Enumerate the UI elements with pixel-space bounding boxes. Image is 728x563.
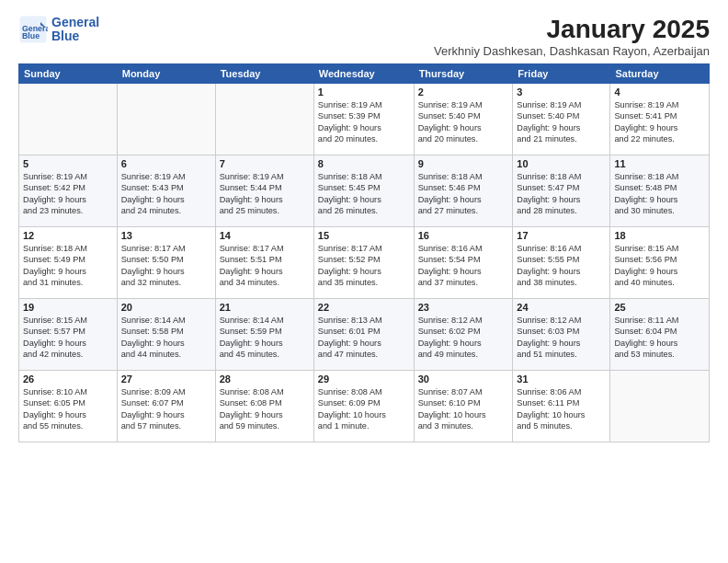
- calendar-cell: 19Sunrise: 8:15 AM Sunset: 5:57 PM Dayli…: [19, 299, 118, 371]
- day-info: Sunrise: 8:18 AM Sunset: 5:48 PM Dayligh…: [614, 171, 705, 217]
- day-number: 22: [318, 302, 410, 313]
- day-number: 19: [23, 302, 113, 313]
- calendar-cell: [117, 84, 215, 155]
- calendar-cell: [19, 84, 118, 155]
- calendar-cell: 25Sunrise: 8:11 AM Sunset: 6:04 PM Dayli…: [610, 299, 710, 371]
- calendar-cell: 26Sunrise: 8:10 AM Sunset: 6:05 PM Dayli…: [19, 371, 118, 442]
- weekday-header-monday: Monday: [117, 64, 215, 84]
- day-number: 7: [220, 158, 310, 169]
- month-title: January 2025: [434, 15, 710, 44]
- week-row-5: 26Sunrise: 8:10 AM Sunset: 6:05 PM Dayli…: [19, 371, 710, 442]
- calendar-cell: 6Sunrise: 8:19 AM Sunset: 5:43 PM Daylig…: [117, 155, 215, 227]
- calendar-cell: 9Sunrise: 8:18 AM Sunset: 5:46 PM Daylig…: [414, 155, 513, 227]
- calendar-cell: 8Sunrise: 8:18 AM Sunset: 5:45 PM Daylig…: [313, 155, 414, 227]
- calendar-cell: 2Sunrise: 8:19 AM Sunset: 5:40 PM Daylig…: [414, 84, 513, 155]
- calendar-cell: 27Sunrise: 8:09 AM Sunset: 6:07 PM Dayli…: [117, 371, 215, 442]
- day-number: 20: [121, 302, 211, 313]
- calendar-cell: [215, 84, 313, 155]
- day-number: 10: [517, 158, 606, 169]
- day-info: Sunrise: 8:18 AM Sunset: 5:47 PM Dayligh…: [517, 171, 606, 217]
- day-number: 23: [418, 302, 509, 313]
- calendar-cell: 3Sunrise: 8:19 AM Sunset: 5:40 PM Daylig…: [513, 84, 610, 155]
- day-info: Sunrise: 8:17 AM Sunset: 5:50 PM Dayligh…: [121, 243, 211, 289]
- weekday-header-thursday: Thursday: [414, 64, 513, 84]
- day-number: 9: [418, 158, 509, 169]
- calendar-cell: [610, 371, 710, 442]
- day-info: Sunrise: 8:15 AM Sunset: 5:56 PM Dayligh…: [614, 243, 705, 289]
- weekday-header-friday: Friday: [513, 64, 610, 84]
- day-number: 4: [614, 86, 705, 98]
- day-number: 16: [418, 230, 509, 241]
- title-block: January 2025 Verkhniy Dashkesan, Dashkas…: [434, 15, 710, 58]
- day-number: 27: [121, 373, 211, 385]
- logo-text-line1: General: [51, 16, 99, 29]
- day-number: 21: [220, 302, 310, 313]
- day-info: Sunrise: 8:19 AM Sunset: 5:42 PM Dayligh…: [23, 171, 113, 217]
- day-number: 1: [318, 86, 410, 98]
- day-info: Sunrise: 8:14 AM Sunset: 5:58 PM Dayligh…: [121, 315, 211, 361]
- day-number: 14: [220, 230, 310, 241]
- logo-text-line2: Blue: [51, 29, 99, 43]
- page: General Blue General Blue January 2025 V…: [0, 0, 728, 563]
- weekday-header-tuesday: Tuesday: [215, 64, 313, 84]
- day-number: 25: [614, 302, 705, 313]
- day-number: 26: [23, 373, 113, 385]
- day-number: 5: [23, 158, 113, 169]
- svg-text:Blue: Blue: [22, 31, 40, 40]
- day-info: Sunrise: 8:07 AM Sunset: 6:10 PM Dayligh…: [418, 386, 509, 432]
- calendar-cell: 10Sunrise: 8:18 AM Sunset: 5:47 PM Dayli…: [513, 155, 610, 227]
- day-number: 12: [23, 230, 113, 241]
- day-info: Sunrise: 8:14 AM Sunset: 5:59 PM Dayligh…: [220, 315, 310, 361]
- day-info: Sunrise: 8:13 AM Sunset: 6:01 PM Dayligh…: [318, 315, 410, 361]
- day-number: 15: [318, 230, 410, 241]
- day-number: 2: [418, 86, 509, 98]
- calendar-cell: 18Sunrise: 8:15 AM Sunset: 5:56 PM Dayli…: [610, 227, 710, 299]
- day-number: 11: [614, 158, 705, 169]
- day-number: 30: [418, 373, 509, 385]
- day-number: 8: [318, 158, 410, 169]
- day-number: 13: [121, 230, 211, 241]
- logo-icon: General Blue: [18, 15, 48, 44]
- day-number: 29: [318, 373, 410, 385]
- calendar-cell: 17Sunrise: 8:16 AM Sunset: 5:55 PM Dayli…: [513, 227, 610, 299]
- calendar-cell: 12Sunrise: 8:18 AM Sunset: 5:49 PM Dayli…: [19, 227, 118, 299]
- day-info: Sunrise: 8:11 AM Sunset: 6:04 PM Dayligh…: [614, 315, 705, 361]
- day-info: Sunrise: 8:18 AM Sunset: 5:45 PM Dayligh…: [318, 171, 410, 217]
- week-row-1: 1Sunrise: 8:19 AM Sunset: 5:39 PM Daylig…: [19, 84, 710, 155]
- day-info: Sunrise: 8:19 AM Sunset: 5:40 PM Dayligh…: [517, 99, 606, 145]
- weekday-header-saturday: Saturday: [610, 64, 710, 84]
- day-info: Sunrise: 8:18 AM Sunset: 5:46 PM Dayligh…: [418, 171, 509, 217]
- calendar-cell: 16Sunrise: 8:16 AM Sunset: 5:54 PM Dayli…: [414, 227, 513, 299]
- weekday-header-row: SundayMondayTuesdayWednesdayThursdayFrid…: [19, 64, 710, 84]
- day-info: Sunrise: 8:16 AM Sunset: 5:55 PM Dayligh…: [517, 243, 606, 289]
- calendar-cell: 14Sunrise: 8:17 AM Sunset: 5:51 PM Dayli…: [215, 227, 313, 299]
- calendar-cell: 7Sunrise: 8:19 AM Sunset: 5:44 PM Daylig…: [215, 155, 313, 227]
- day-number: 18: [614, 230, 705, 241]
- calendar-cell: 4Sunrise: 8:19 AM Sunset: 5:41 PM Daylig…: [610, 84, 710, 155]
- calendar-cell: 24Sunrise: 8:12 AM Sunset: 6:03 PM Dayli…: [513, 299, 610, 371]
- day-info: Sunrise: 8:19 AM Sunset: 5:39 PM Dayligh…: [318, 99, 410, 145]
- day-info: Sunrise: 8:18 AM Sunset: 5:49 PM Dayligh…: [23, 243, 113, 289]
- header: General Blue General Blue January 2025 V…: [18, 15, 710, 58]
- day-number: 24: [517, 302, 606, 313]
- day-info: Sunrise: 8:06 AM Sunset: 6:11 PM Dayligh…: [517, 386, 606, 432]
- calendar-cell: 15Sunrise: 8:17 AM Sunset: 5:52 PM Dayli…: [313, 227, 414, 299]
- day-info: Sunrise: 8:08 AM Sunset: 6:09 PM Dayligh…: [318, 386, 410, 432]
- week-row-2: 5Sunrise: 8:19 AM Sunset: 5:42 PM Daylig…: [19, 155, 710, 227]
- calendar-cell: 13Sunrise: 8:17 AM Sunset: 5:50 PM Dayli…: [117, 227, 215, 299]
- week-row-3: 12Sunrise: 8:18 AM Sunset: 5:49 PM Dayli…: [19, 227, 710, 299]
- day-info: Sunrise: 8:12 AM Sunset: 6:03 PM Dayligh…: [517, 315, 606, 361]
- calendar-cell: 22Sunrise: 8:13 AM Sunset: 6:01 PM Dayli…: [313, 299, 414, 371]
- day-number: 3: [517, 86, 606, 98]
- day-info: Sunrise: 8:12 AM Sunset: 6:02 PM Dayligh…: [418, 315, 509, 361]
- day-info: Sunrise: 8:08 AM Sunset: 6:08 PM Dayligh…: [220, 386, 310, 432]
- calendar-cell: 29Sunrise: 8:08 AM Sunset: 6:09 PM Dayli…: [313, 371, 414, 442]
- calendar-cell: 1Sunrise: 8:19 AM Sunset: 5:39 PM Daylig…: [313, 84, 414, 155]
- day-info: Sunrise: 8:17 AM Sunset: 5:52 PM Dayligh…: [318, 243, 410, 289]
- calendar-cell: 23Sunrise: 8:12 AM Sunset: 6:02 PM Dayli…: [414, 299, 513, 371]
- weekday-header-sunday: Sunday: [19, 64, 118, 84]
- day-info: Sunrise: 8:19 AM Sunset: 5:44 PM Dayligh…: [220, 171, 310, 217]
- calendar-cell: 31Sunrise: 8:06 AM Sunset: 6:11 PM Dayli…: [513, 371, 610, 442]
- logo: General Blue General Blue: [18, 15, 99, 44]
- day-info: Sunrise: 8:19 AM Sunset: 5:43 PM Dayligh…: [121, 171, 211, 217]
